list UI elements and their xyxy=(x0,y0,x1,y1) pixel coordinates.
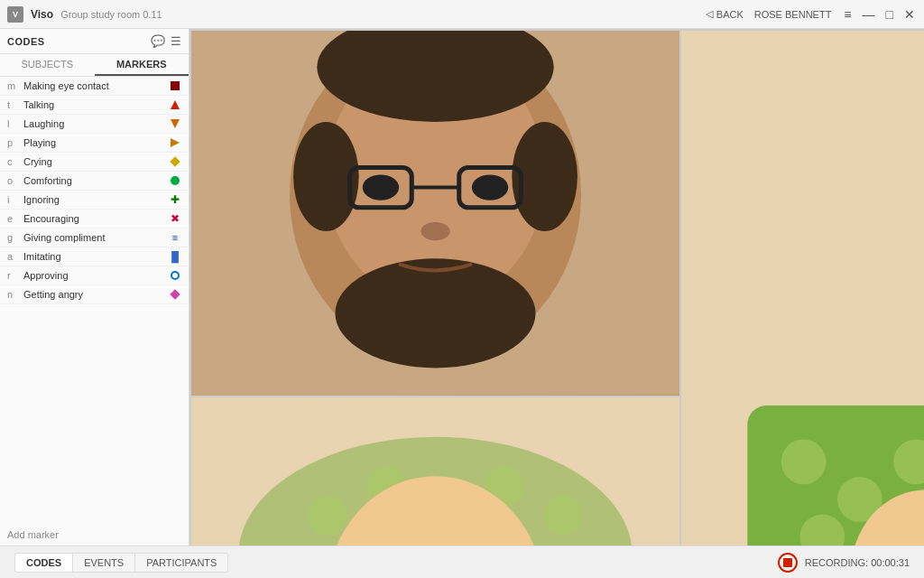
svg-point-10 xyxy=(363,174,399,200)
window-controls: ≡ — □ ✕ xyxy=(842,7,917,22)
tab-codes[interactable]: CODES xyxy=(14,553,72,573)
video-cell-bottom-left xyxy=(191,397,679,545)
maximize-icon[interactable]: □ xyxy=(884,7,895,22)
titlebar-right: ◁ BACK ROSE BENNETT ≡ — □ ✕ xyxy=(706,7,917,22)
marker-shape-cross: ✚ xyxy=(169,193,181,206)
menu-icon[interactable]: ≡ xyxy=(842,7,853,22)
sidebar-tabs: SUBJECTS MARKERS xyxy=(0,54,189,77)
list-item[interactable]: a Imitating ▐▌ xyxy=(0,247,189,266)
marker-shape-asterisk: ✖ xyxy=(169,212,181,225)
list-item[interactable]: p Playing xyxy=(0,134,189,153)
marker-shape-circle-outline xyxy=(169,269,181,282)
list-item[interactable]: i Ignoring ✚ xyxy=(0,191,189,210)
svg-point-38 xyxy=(544,496,584,536)
user-name: ROSE BENNETT xyxy=(754,9,832,20)
marker-shape-triangle-right xyxy=(169,136,181,149)
titlebar: V Viso Group study room 0.11 ◁ BACK ROSE… xyxy=(0,0,924,29)
back-arrow-icon: ◁ xyxy=(706,8,713,20)
list-item[interactable]: m Making eye contact xyxy=(0,77,189,96)
video-feed-3 xyxy=(191,397,679,545)
markers-list: m Making eye contact t Talking l Laughin… xyxy=(0,77,189,524)
recording-label: RECORDING: 00:00:31 xyxy=(805,557,910,568)
marker-shape-double-bar: ▐▌ xyxy=(169,250,181,263)
close-icon[interactable]: ✕ xyxy=(902,7,917,22)
sidebar-actions: 💬 ☰ xyxy=(151,34,181,48)
marker-shape-diamond-pink xyxy=(169,288,181,301)
app-name: Viso xyxy=(31,8,53,21)
chat-icon[interactable]: 💬 xyxy=(151,34,165,48)
list-icon[interactable]: ☰ xyxy=(171,34,181,48)
video-area: TIMELINE 00:00:00 - 00:00:10 00:00:10 - … xyxy=(189,29,924,545)
main-content: CODES 💬 ☰ SUBJECTS MARKERS m Making eye … xyxy=(0,29,924,545)
minimize-icon[interactable]: — xyxy=(861,7,877,22)
marker-shape-triangle-up xyxy=(169,98,181,111)
list-item[interactable]: o Comforting xyxy=(0,172,189,191)
video-cell-right xyxy=(681,31,924,545)
list-item[interactable]: t Talking xyxy=(0,96,189,115)
add-marker-button[interactable]: Add marker xyxy=(0,524,189,545)
tab-events[interactable]: EVENTS xyxy=(72,553,134,573)
svg-point-12 xyxy=(420,222,449,240)
tab-markers[interactable]: MARKERS xyxy=(95,54,189,76)
svg-point-6 xyxy=(335,258,535,368)
recording-indicator: RECORDING: 00:00:31 xyxy=(778,553,910,573)
sidebar-title: CODES xyxy=(7,36,45,47)
list-item[interactable]: r Approving xyxy=(0,266,189,285)
video-cell-top-left xyxy=(191,31,679,396)
app-subtitle: Group study room 0.11 xyxy=(60,9,162,20)
marker-shape-lines: ≡ xyxy=(169,231,181,244)
recording-icon[interactable] xyxy=(778,553,798,573)
list-item[interactable]: n Getting angry xyxy=(0,285,189,304)
svg-point-19 xyxy=(781,439,827,484)
svg-point-11 xyxy=(472,174,508,200)
sidebar-header: CODES 💬 ☰ xyxy=(0,29,189,54)
marker-shape-square xyxy=(169,79,181,92)
back-button[interactable]: ◁ BACK xyxy=(706,8,744,20)
video-feed-1 xyxy=(191,31,679,396)
list-item[interactable]: l Laughing xyxy=(0,115,189,134)
rec-square xyxy=(783,558,792,567)
app-logo: V xyxy=(7,6,23,23)
marker-shape-diamond xyxy=(169,155,181,168)
marker-shape-circle-green xyxy=(169,174,181,187)
sidebar: CODES 💬 ☰ SUBJECTS MARKERS m Making eye … xyxy=(0,29,189,545)
video-grid xyxy=(189,29,924,545)
list-item[interactable]: e Encouraging ✖ xyxy=(0,210,189,228)
tab-participants[interactable]: PARTICIPANTS xyxy=(134,553,228,573)
svg-point-34 xyxy=(308,496,347,536)
tab-subjects[interactable]: SUBJECTS xyxy=(0,54,95,76)
bottom-tabs: CODES EVENTS PARTICIPANTS xyxy=(14,553,228,573)
list-item[interactable]: g Giving compliment ≡ xyxy=(0,228,189,247)
list-item[interactable]: c Crying xyxy=(0,153,189,172)
bottom-bar: CODES EVENTS PARTICIPANTS RECORDING: 00:… xyxy=(0,545,924,578)
video-feed-2 xyxy=(681,31,924,545)
titlebar-left: V Viso Group study room 0.11 xyxy=(7,6,162,23)
marker-shape-triangle-down xyxy=(169,117,181,130)
